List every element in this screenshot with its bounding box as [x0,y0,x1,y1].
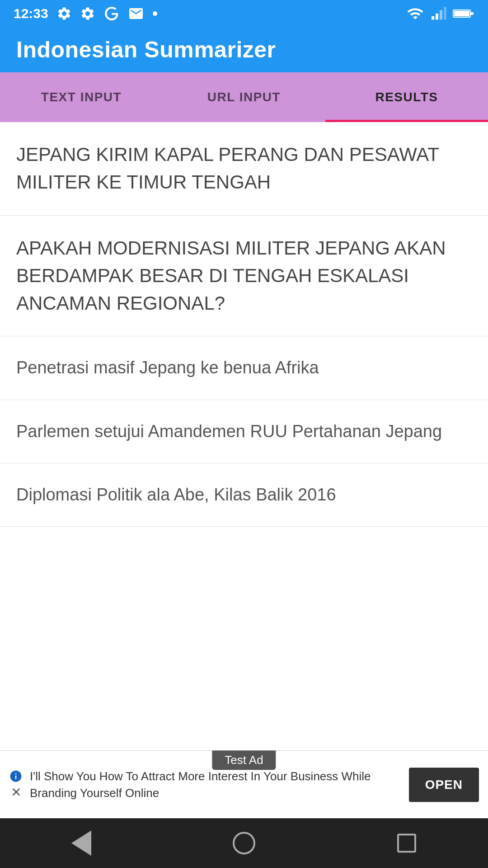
svg-rect-0 [432,16,434,20]
svg-rect-3 [444,7,446,20]
svg-rect-6 [471,12,474,15]
result-item-4[interactable]: Parlemen setujui Amandemen RUU Pertahana… [0,400,488,463]
results-container: JEPANG KIRIM KAPAL PERANG DAN PESAWAT MI… [0,122,488,750]
status-bar: 12:33 • [0,0,488,27]
google-icon [103,5,120,22]
ad-banner: Test Ad ✕ I'll Show You How To Attract M… [0,750,488,818]
status-time: 12:33 [14,6,48,21]
home-button[interactable] [228,827,260,859]
tab-text-input[interactable]: TEXT INPUT [0,72,163,122]
result-item-3[interactable]: Penetrasi masif Jepang ke benua Afrika [0,336,488,400]
tabs-container: TEXT INPUT URL INPUT RESULTS [0,72,488,122]
status-bar-right [407,5,474,22]
signal-icon [430,5,446,22]
ad-open-button[interactable]: OPEN [409,768,479,802]
ad-label: Test Ad [212,750,276,770]
result-text-5: Diplomasi Politik ala Abe, Kilas Balik 2… [16,485,336,504]
ad-text: I'll Show You How To Attract More Intere… [30,768,402,801]
notification-dot: • [152,4,158,23]
info-icon [9,769,23,783]
tab-url-input[interactable]: URL INPUT [163,72,325,122]
svg-rect-1 [436,14,438,20]
tab-results[interactable]: RESULTS [325,72,488,122]
result-text-2: APAKAH MODERNISASI MILITER JEPANG AKAN B… [16,237,446,314]
email-icon [128,5,144,22]
battery-icon [453,5,474,22]
result-item-2[interactable]: APAKAH MODERNISASI MILITER JEPANG AKAN B… [0,216,488,337]
svg-rect-2 [440,10,442,20]
result-text-1: JEPANG KIRIM KAPAL PERANG DAN PESAWAT MI… [16,144,439,193]
app-header: Indonesian Summarizer [0,27,488,72]
result-text-3: Penetrasi masif Jepang ke benua Afrika [16,358,319,377]
settings2-icon [80,6,95,21]
result-item-5[interactable]: Diplomasi Politik ala Abe, Kilas Balik 2… [0,463,488,527]
svg-rect-5 [454,11,469,16]
result-item-1[interactable]: JEPANG KIRIM KAPAL PERANG DAN PESAWAT MI… [0,122,488,216]
ad-info-icon: ✕ [9,769,23,800]
wifi-icon [407,5,424,22]
status-bar-left: 12:33 • [14,4,158,23]
app-title: Indonesian Summarizer [16,37,276,63]
recents-button[interactable] [391,827,422,859]
nav-bar [0,818,488,868]
result-text-4: Parlemen setujui Amandemen RUU Pertahana… [16,422,442,441]
ad-close-icon[interactable]: ✕ [11,785,21,800]
settings-icon [56,6,72,21]
back-button[interactable] [66,827,97,859]
